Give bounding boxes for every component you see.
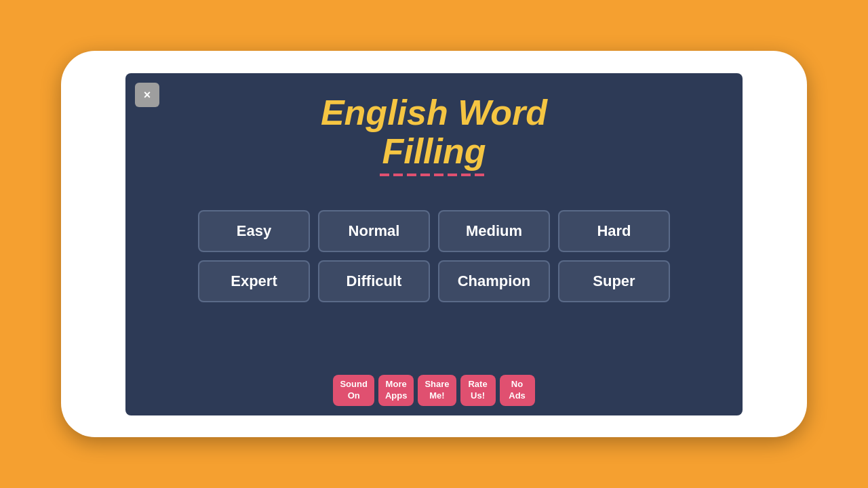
bottom-action-bar: SoundOnMoreAppsShareMe!RateUs!NoAds — [333, 375, 534, 406]
title-line1: English Word — [321, 94, 547, 132]
difficulty-button-easy[interactable]: Easy — [198, 210, 310, 252]
game-screen: × English Word Filling EasyNormalMediumH… — [125, 73, 743, 415]
title-underline-decoration — [380, 174, 488, 176]
difficulty-button-difficult[interactable]: Difficult — [318, 260, 430, 302]
action-button-more-apps[interactable]: MoreApps — [378, 375, 414, 406]
close-button[interactable]: × — [135, 83, 159, 107]
difficulty-grid: EasyNormalMediumHardExpertDifficultChamp… — [198, 210, 670, 302]
action-button-rate-us[interactable]: RateUs! — [460, 375, 496, 406]
difficulty-button-champion[interactable]: Champion — [438, 260, 550, 302]
title-line2: Filling — [321, 132, 547, 171]
action-button-sound-on[interactable]: SoundOn — [333, 375, 374, 406]
difficulty-button-hard[interactable]: Hard — [558, 210, 670, 252]
action-button-no-ads[interactable]: NoAds — [500, 375, 535, 406]
difficulty-button-super[interactable]: Super — [558, 260, 670, 302]
device-frame: × English Word Filling EasyNormalMediumH… — [61, 51, 807, 437]
title-area: English Word Filling — [321, 94, 547, 176]
action-button-share-me[interactable]: ShareMe! — [418, 375, 456, 406]
difficulty-button-expert[interactable]: Expert — [198, 260, 310, 302]
difficulty-button-medium[interactable]: Medium — [438, 210, 550, 252]
difficulty-button-normal[interactable]: Normal — [318, 210, 430, 252]
